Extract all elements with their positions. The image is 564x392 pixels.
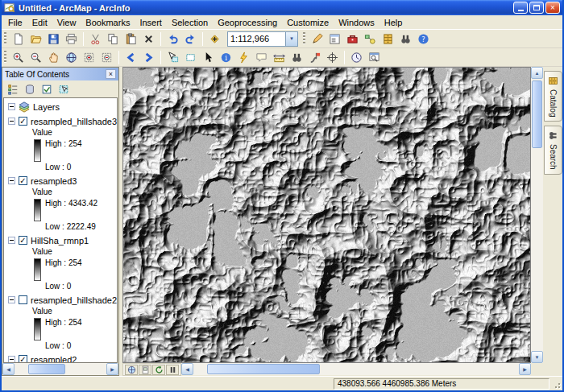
combo-dropdown-button[interactable]: ▼ xyxy=(285,32,297,46)
layer-name[interactable]: resampled_hillshade3 xyxy=(31,117,117,126)
pause-drawing-button[interactable] xyxy=(166,365,179,375)
redo-button[interactable] xyxy=(182,31,199,47)
map-scale-value[interactable]: 1:112,966 xyxy=(228,34,285,43)
toc-header[interactable]: Table Of Contents × xyxy=(2,68,118,80)
toc-window-button[interactable] xyxy=(326,31,343,47)
fixed-zoom-in-button[interactable] xyxy=(81,49,97,65)
collapse-toggle[interactable] xyxy=(8,356,15,363)
toolbar-grip[interactable] xyxy=(4,32,6,45)
time-slider-button[interactable] xyxy=(348,49,365,65)
new-map-file-button[interactable] xyxy=(10,31,27,47)
pan-button[interactable] xyxy=(45,49,62,65)
paste-button[interactable] xyxy=(122,31,139,47)
clear-selection-button[interactable] xyxy=(182,49,199,65)
scroll-thumb[interactable] xyxy=(28,364,65,374)
save-button[interactable] xyxy=(45,31,62,47)
layer-name[interactable]: resampled3 xyxy=(31,176,77,186)
back-extent-button[interactable] xyxy=(122,49,139,65)
identify-button[interactable]: i xyxy=(218,49,234,65)
tab-catalog[interactable]: Catalog xyxy=(544,71,562,122)
editor-pencil-button[interactable] xyxy=(309,31,326,47)
layers-group-row[interactable]: Layers xyxy=(8,101,117,113)
add-data-button[interactable] xyxy=(206,31,223,47)
catalog-window-button[interactable] xyxy=(379,31,396,47)
map-vertical-scrollbar[interactable]: ▲ ▼ xyxy=(531,67,543,363)
cut-button[interactable] xyxy=(87,31,104,47)
layer-name[interactable]: HillSha_rmnp1 xyxy=(31,236,89,246)
map-view[interactable] xyxy=(123,68,530,362)
refresh-view-button[interactable] xyxy=(152,365,165,375)
list-by-source-button[interactable] xyxy=(22,82,37,97)
map-horizontal-scrollbar[interactable]: ◀ ▶ xyxy=(181,363,531,375)
layer-visibility-checkbox[interactable]: ✓ xyxy=(19,176,27,185)
menu-file[interactable]: File xyxy=(3,16,27,29)
full-extent-button[interactable] xyxy=(63,49,80,65)
scroll-up-arrow[interactable]: ▲ xyxy=(531,67,543,79)
toolbar-grip[interactable] xyxy=(4,51,6,64)
map-scale-combo[interactable]: 1:112,966 ▼ xyxy=(227,31,298,47)
delete-button[interactable] xyxy=(140,31,157,47)
select-features-button[interactable] xyxy=(164,49,181,65)
menu-insert[interactable]: Insert xyxy=(135,16,167,29)
menu-view[interactable]: View xyxy=(52,16,81,29)
layout-view-button[interactable] xyxy=(139,365,151,375)
scroll-right-arrow[interactable]: ▶ xyxy=(106,363,118,375)
arctoolbox-button[interactable] xyxy=(344,31,361,47)
list-by-drawing-order-button[interactable] xyxy=(5,82,20,97)
layer-visibility-checkbox[interactable] xyxy=(19,295,27,304)
menu-customize[interactable]: Customize xyxy=(282,16,334,29)
tab-search[interactable]: Search xyxy=(544,126,562,175)
menu-help[interactable]: Help xyxy=(379,16,408,29)
collapse-toggle[interactable] xyxy=(8,296,15,303)
data-view-button[interactable] xyxy=(125,365,138,375)
menu-geoprocessing[interactable]: Geoprocessing xyxy=(213,16,282,29)
fixed-zoom-out-button[interactable] xyxy=(98,49,115,65)
go-to-xy-button[interactable] xyxy=(324,49,341,65)
html-popup-button[interactable] xyxy=(253,49,270,65)
find-route-button[interactable] xyxy=(306,49,323,65)
close-button[interactable]: × xyxy=(545,2,560,14)
minimize-button[interactable] xyxy=(513,2,528,14)
layers-group-label[interactable]: Layers xyxy=(33,102,60,112)
menu-edit[interactable]: Edit xyxy=(27,16,52,29)
collapse-toggle[interactable] xyxy=(8,118,15,125)
model-builder-button[interactable] xyxy=(362,31,379,47)
layer-name[interactable]: resampled_hillshade2 xyxy=(31,295,117,305)
select-elements-button[interactable] xyxy=(200,49,217,65)
maximize-button[interactable] xyxy=(529,2,544,14)
open-button[interactable] xyxy=(27,31,44,47)
collapse-toggle[interactable] xyxy=(8,103,15,110)
scroll-track[interactable] xyxy=(531,79,543,351)
menu-windows[interactable]: Windows xyxy=(334,16,379,29)
resize-grip[interactable] xyxy=(551,379,561,389)
measure-button[interactable] xyxy=(271,49,288,65)
scroll-left-arrow[interactable]: ◀ xyxy=(2,363,15,375)
search-window-button[interactable] xyxy=(397,31,414,47)
menu-bookmarks[interactable]: Bookmarks xyxy=(81,16,135,29)
menu-selection[interactable]: Selection xyxy=(167,16,213,29)
forward-extent-button[interactable] xyxy=(140,49,157,65)
toc-close-button[interactable]: × xyxy=(106,69,116,79)
scroll-down-arrow[interactable]: ▼ xyxy=(531,351,543,363)
layer-visibility-checkbox[interactable]: ✓ xyxy=(19,236,27,245)
scroll-thumb[interactable] xyxy=(532,80,542,148)
help-button[interactable]: ? xyxy=(415,31,432,47)
list-by-selection-button[interactable] xyxy=(56,82,71,97)
layer-visibility-checkbox[interactable]: ✓ xyxy=(19,117,27,126)
undo-button[interactable] xyxy=(164,31,181,47)
print-button[interactable] xyxy=(63,31,80,47)
scroll-left-arrow[interactable]: ◀ xyxy=(181,363,193,375)
toc-horizontal-scrollbar[interactable]: ◀ ▶ xyxy=(2,363,118,375)
collapse-toggle[interactable] xyxy=(8,237,15,244)
scroll-track[interactable] xyxy=(193,363,519,375)
find-button[interactable] xyxy=(288,49,305,65)
zoom-out-button[interactable] xyxy=(27,49,44,65)
collapse-toggle[interactable] xyxy=(8,177,15,184)
scroll-track[interactable] xyxy=(15,363,106,375)
scroll-thumb[interactable] xyxy=(207,364,320,374)
scroll-right-arrow[interactable]: ▶ xyxy=(519,363,531,375)
layer-name[interactable]: resampled2 xyxy=(31,355,77,364)
viewer-window-button[interactable] xyxy=(366,49,383,65)
hyperlink-button[interactable] xyxy=(235,49,252,65)
zoom-in-button[interactable] xyxy=(10,49,27,65)
